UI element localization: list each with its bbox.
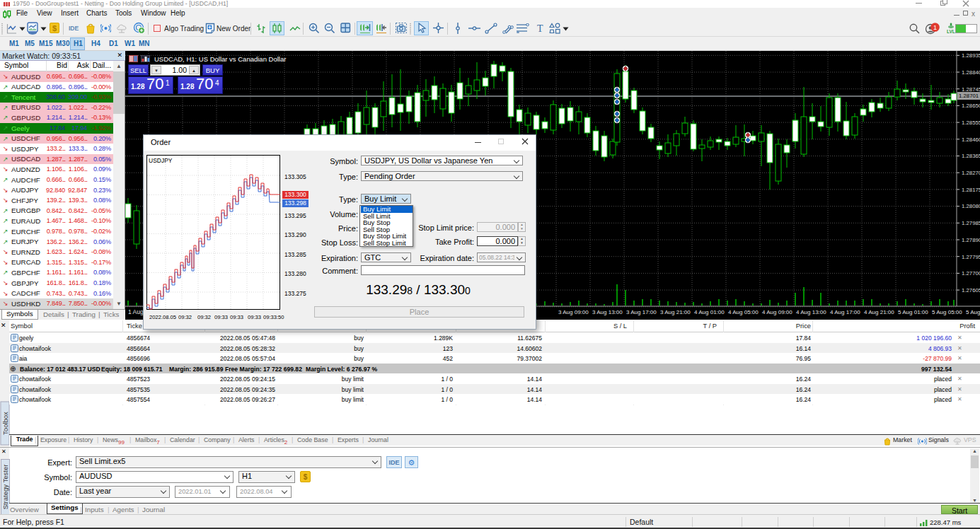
svg-text:1.27795: 1.27795 <box>962 254 980 260</box>
svg-text:4 Aug 05:00: 4 Aug 05:00 <box>728 309 759 315</box>
svg-text:1.28935: 1.28935 <box>962 52 980 59</box>
svg-text:5 Aug 05:00: 5 Aug 05:00 <box>932 309 962 315</box>
svg-text:1.28650: 1.28650 <box>962 103 980 109</box>
svg-text:1.27605: 1.27605 <box>962 287 980 293</box>
svg-text:1.27890: 1.27890 <box>962 237 980 243</box>
svg-text:1.28745: 1.28745 <box>962 86 980 93</box>
svg-text:3 Aug 21:00: 3 Aug 21:00 <box>660 309 691 315</box>
svg-text:1.28080: 1.28080 <box>962 203 980 209</box>
svg-text:USDJPY: USDJPY <box>149 157 173 164</box>
svg-text:1.27700: 1.27700 <box>962 270 980 277</box>
svg-text:4 Aug 13:00: 4 Aug 13:00 <box>796 309 826 315</box>
svg-text:1.28555: 1.28555 <box>962 120 980 126</box>
svg-text:1: 1 <box>933 24 937 31</box>
svg-text:1.28175: 1.28175 <box>962 187 980 193</box>
svg-text:1.28270: 1.28270 <box>962 170 980 176</box>
svg-text:3 Aug 09:00: 3 Aug 09:00 <box>558 309 589 315</box>
svg-text:5 Aug 09:00: 5 Aug 09:00 <box>966 309 980 315</box>
svg-text:1.28840: 1.28840 <box>962 69 980 76</box>
svg-text:1.28701: 1.28701 <box>959 93 979 99</box>
svg-text:4 Aug 17:00: 4 Aug 17:00 <box>830 309 860 315</box>
svg-text:1.28365: 1.28365 <box>962 153 980 159</box>
svg-text:5 Aug 01:00: 5 Aug 01:00 <box>898 309 928 315</box>
svg-text:1.27985: 1.27985 <box>962 220 980 226</box>
svg-text:1.28460: 1.28460 <box>962 136 980 143</box>
svg-text:LVL: LVL <box>947 29 955 34</box>
svg-text:4 Aug 21:00: 4 Aug 21:00 <box>864 309 894 315</box>
svg-text:3 Aug 13:00: 3 Aug 13:00 <box>592 309 623 315</box>
svg-text:3 Aug 17:00: 3 Aug 17:00 <box>626 309 657 315</box>
svg-text:1 Aug: 1 Aug <box>128 308 144 315</box>
svg-text:4 Aug 01:00: 4 Aug 01:00 <box>694 309 725 315</box>
svg-text:4 Aug 09:00: 4 Aug 09:00 <box>762 309 792 315</box>
